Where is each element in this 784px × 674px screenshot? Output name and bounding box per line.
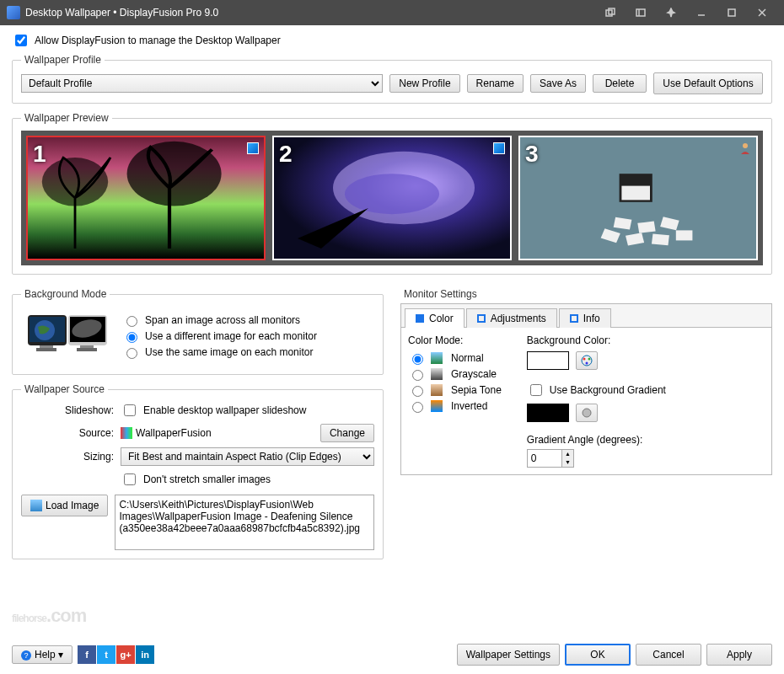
svg-point-11 <box>345 174 439 214</box>
bgmode-diff-radio[interactable]: Use a different image for each monitor <box>122 329 317 343</box>
bgcolor-label: Background Color: <box>527 334 666 346</box>
spin-up-icon[interactable]: ▲ <box>561 450 573 458</box>
square-icon <box>477 314 486 323</box>
svg-rect-15 <box>637 222 655 233</box>
image-icon <box>30 500 42 511</box>
monitor-badge-icon <box>493 142 505 154</box>
titlebar-btn-2[interactable] <box>626 0 656 25</box>
cancel-button[interactable]: Cancel <box>636 644 701 666</box>
svg-rect-19 <box>676 230 693 240</box>
maximize-icon[interactable] <box>717 0 747 25</box>
gradient-angle-spinner[interactable]: ▲▼ <box>527 449 574 468</box>
bgmode-legend: Background Mode <box>21 288 110 300</box>
load-image-button[interactable]: Load Image <box>21 495 108 516</box>
bgmode-same-radio[interactable]: Use the same image on each monitor <box>122 345 317 359</box>
wallpaperfusion-icon <box>121 427 132 439</box>
gradient-color-swatch[interactable] <box>527 404 569 422</box>
minimize-icon[interactable] <box>686 0 717 25</box>
svg-rect-18 <box>652 233 669 245</box>
gradient-color-picker-button[interactable] <box>576 404 598 422</box>
monitor-settings-legend: Monitor Settings <box>400 288 481 300</box>
allow-manage-checkbox[interactable]: Allow DisplayFusion to manage the Deskto… <box>12 32 281 49</box>
enable-slideshow-checkbox[interactable]: Enable desktop wallpaper slideshow <box>121 402 374 419</box>
bgcolor-picker-button[interactable] <box>576 351 598 370</box>
monitor-person-icon <box>739 142 751 154</box>
monitor-preview-3[interactable]: 3 <box>518 136 758 260</box>
svg-point-34 <box>588 358 590 361</box>
normal-icon <box>431 352 443 364</box>
bgmode-span-radio[interactable]: Span an image across all monitors <box>122 313 317 327</box>
googleplus-icon[interactable]: g+ <box>116 645 135 664</box>
colormode-inverted-radio[interactable]: Inverted <box>408 399 502 413</box>
tab-info[interactable]: Info <box>559 308 611 328</box>
colormode-normal-radio[interactable]: Normal <box>408 351 502 365</box>
bgcolor-swatch[interactable] <box>527 351 569 370</box>
svg-rect-31 <box>77 348 97 351</box>
spin-down-icon[interactable]: ▼ <box>561 458 573 467</box>
profile-select[interactable]: Default Profile <box>21 74 383 93</box>
colormode-grayscale-radio[interactable]: Grayscale <box>408 367 502 381</box>
dont-stretch-checkbox[interactable]: Don't stretch smaller images <box>121 471 374 488</box>
monitor-number-3: 3 <box>525 141 539 168</box>
monitor-preview-2[interactable]: 2 <box>272 136 512 260</box>
colormode-sepia-radio[interactable]: Sepia Tone <box>408 383 502 397</box>
rename-button[interactable]: Rename <box>467 74 524 93</box>
grayscale-icon <box>431 368 443 380</box>
monitor-number-2: 2 <box>279 141 293 168</box>
preview-fieldset: Wallpaper Preview 1 2 <box>12 112 772 275</box>
sizing-label: Sizing: <box>83 451 114 463</box>
use-default-options-button[interactable]: Use Default Options <box>653 72 763 94</box>
twitter-icon[interactable]: t <box>97 645 115 664</box>
preview-strip: 1 2 <box>21 131 763 265</box>
social-links: f t g+ in <box>78 645 154 664</box>
svg-rect-14 <box>614 217 632 230</box>
svg-rect-2 <box>636 9 645 16</box>
new-profile-button[interactable]: New Profile <box>389 74 459 93</box>
window-title: Desktop Wallpaper • DisplayFusion Pro 9.… <box>25 7 218 19</box>
linkedin-icon[interactable]: in <box>136 645 154 664</box>
delete-button[interactable]: Delete <box>593 74 647 93</box>
source-legend: Wallpaper Source <box>21 383 108 395</box>
profile-legend: Wallpaper Profile <box>21 54 105 66</box>
monitor-badge-icon <box>247 142 259 154</box>
svg-rect-13 <box>621 186 650 201</box>
sepia-icon <box>431 384 443 396</box>
svg-point-33 <box>583 358 585 361</box>
tab-color[interactable]: Color <box>405 308 464 328</box>
monitor-settings-fieldset: Monitor Settings Color Adjustments Info … <box>400 288 772 475</box>
bgmode-options: Span an image across all monitors Use a … <box>122 311 317 361</box>
titlebar-btn-1[interactable] <box>595 0 626 25</box>
check-icon <box>416 314 424 323</box>
svg-point-9 <box>127 142 222 206</box>
bgmode-fieldset: Background Mode Span an image across all… <box>12 288 384 375</box>
svg-point-8 <box>42 158 108 206</box>
profile-fieldset: Wallpaper Profile Default Profile New Pr… <box>12 54 772 104</box>
preview-legend: Wallpaper Preview <box>21 112 112 124</box>
image-path-field[interactable]: C:\Users\Keith\Pictures\DisplayFusion\We… <box>115 495 374 550</box>
source-value: WallpaperFusion <box>121 427 314 440</box>
source-label: Source: <box>79 427 114 439</box>
gradient-angle-label: Gradient Angle (degrees): <box>527 434 666 446</box>
svg-point-36 <box>583 409 591 417</box>
monitors-illustration-icon <box>21 307 114 366</box>
tab-adjustments[interactable]: Adjustments <box>466 308 557 328</box>
svg-rect-26 <box>36 348 56 351</box>
watermark: filehorse.com <box>12 596 86 629</box>
wallpaper-settings-button[interactable]: Wallpaper Settings <box>457 644 560 666</box>
titlebar: Desktop Wallpaper • DisplayFusion Pro 9.… <box>0 0 784 25</box>
sizing-select[interactable]: Fit Best and maintain Aspect Ratio (Clip… <box>121 447 374 466</box>
ok-button[interactable]: OK <box>565 644 631 666</box>
pin-icon[interactable] <box>656 0 686 25</box>
facebook-icon[interactable]: f <box>78 645 96 664</box>
monitor-number-1: 1 <box>33 141 46 168</box>
change-source-button[interactable]: Change <box>320 424 374 442</box>
save-as-button[interactable]: Save As <box>530 74 586 93</box>
use-gradient-checkbox[interactable]: Use Background Gradient <box>527 382 666 399</box>
square-icon <box>570 314 578 323</box>
help-button[interactable]: ?Help ▾ <box>12 645 72 664</box>
apply-button[interactable]: Apply <box>706 644 772 666</box>
svg-rect-25 <box>40 345 53 348</box>
help-icon: ? <box>21 650 31 661</box>
monitor-preview-1[interactable]: 1 <box>26 136 266 260</box>
close-icon[interactable] <box>747 0 777 25</box>
